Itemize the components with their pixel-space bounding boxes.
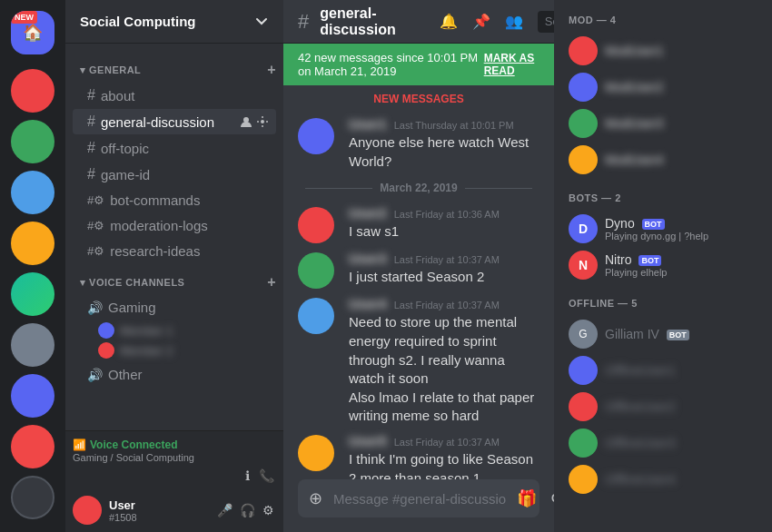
voice-connected-subtitle: Gaming / Social Computing: [73, 452, 276, 463]
server-header[interactable]: Social Computing: [65, 0, 283, 44]
message-text-4a: Need to store up the mental energy requi…: [349, 313, 539, 389]
message-content-2: User2 Last Friday at 10:36 AM I saw s1: [349, 205, 539, 243]
gilliam-bot-badge: BOT: [667, 330, 689, 340]
dyno-avatar: D: [569, 214, 598, 243]
voice-info-button[interactable]: ℹ: [243, 467, 252, 485]
bell-icon[interactable]: 🔔: [440, 13, 458, 30]
server-icon-10[interactable]: [11, 476, 54, 519]
voice-channel-name-gaming: Gaming: [108, 300, 269, 315]
bot-dyno[interactable]: D Dyno BOT Playing dyno.gg | ?help: [561, 211, 765, 247]
offline-section-title: OFFLINE — 5: [561, 298, 765, 309]
offline-member-3[interactable]: OfflineUser2: [561, 389, 765, 425]
settings-button[interactable]: ⚙: [261, 501, 276, 519]
voice-channel-gaming-item[interactable]: 🔊 Gaming: [73, 295, 276, 320]
message-text-3: I just started Season 2: [349, 268, 539, 287]
timestamp-m1: Last Thursday at 10:01 PM: [394, 120, 514, 131]
channel-name-bot: bot-commands: [110, 192, 269, 208]
search-input[interactable]: [545, 15, 554, 28]
voice-phone-button[interactable]: 📞: [257, 467, 276, 485]
channel-item-game-id[interactable]: # game-id: [73, 162, 276, 187]
user-avatar: [73, 496, 102, 525]
add-voice-icon[interactable]: +: [267, 274, 276, 291]
server-icon-5[interactable]: [11, 222, 54, 265]
user-icon[interactable]: [240, 115, 252, 128]
voice-channel-other-item[interactable]: 🔊 Other: [73, 362, 276, 387]
offline-member-4[interactable]: OfflineUser3: [561, 425, 765, 461]
hash-research-icon: #⚙: [87, 244, 104, 258]
offline-member-5[interactable]: OfflineUser4: [561, 461, 765, 498]
mod-member-2[interactable]: ModUser2: [561, 69, 765, 105]
new-messages-text: 42 new messages since 10:01 PM on March …: [298, 51, 484, 78]
mod-name-2: ModUser2: [605, 80, 664, 94]
message-input-field[interactable]: [333, 481, 506, 517]
channel-item-research-ideas[interactable]: #⚙ research-ideas: [73, 239, 276, 263]
channel-item-moderation-logs[interactable]: #⚙ moderation-logs: [73, 213, 276, 238]
channel-item-about[interactable]: # about: [73, 83, 276, 108]
speaker-icon-other: 🔊: [87, 368, 103, 382]
message-1: User1 Last Thursday at 10:01 PM Anyone e…: [283, 113, 554, 174]
message-text-5a: I think I'm going to like Season 2 more …: [349, 450, 539, 479]
offline-member-1[interactable]: G Gilliam IV BOT: [561, 316, 765, 352]
voice-category-label: ▾ VOICE CHANNELS: [80, 277, 184, 289]
mod-name-1: ModUser1: [605, 44, 664, 58]
server-icon-active[interactable]: NEW 🏠: [11, 11, 54, 54]
category-header-voice[interactable]: ▾ VOICE CHANNELS +: [65, 271, 283, 294]
channel-item-off-topic[interactable]: # off-topic: [73, 135, 276, 161]
hash-icon: #: [87, 87, 95, 103]
dyno-name: Dyno BOT: [605, 216, 757, 231]
message-header-1: User1 Last Thursday at 10:01 PM: [349, 116, 539, 132]
category-header-general[interactable]: ▾ GENERAL +: [65, 58, 283, 82]
timestamp-m4: Last Friday at 10:37 AM: [394, 300, 500, 310]
mark-as-read-button[interactable]: MARK AS READ: [484, 52, 539, 77]
messages-scroll[interactable]: 42 new messages since 10:01 PM on March …: [283, 44, 554, 479]
gif-icon[interactable]: GIF: [548, 483, 554, 514]
offline-name-1: Gilliam IV BOT: [605, 327, 757, 341]
search-bar[interactable]: 🔍: [538, 11, 554, 33]
channel-sidebar: Social Computing ▾ GENERAL + # about # g…: [65, 0, 283, 532]
deafen-button[interactable]: 🎧: [238, 501, 257, 519]
header-icons: 🔔 📌 👥 🔍 @ ?: [440, 11, 554, 33]
channel-name-off: off-topic: [101, 141, 269, 156]
server-icon-9[interactable]: [11, 425, 54, 468]
channel-name-active: general-discussion: [101, 114, 240, 130]
message-text-2: I saw s1: [349, 222, 539, 241]
mod-member-1[interactable]: ModUser1: [561, 33, 765, 69]
add-attachment-icon[interactable]: ⊕: [305, 479, 326, 517]
server-icon-8[interactable]: [11, 374, 54, 418]
avatar-m4: [298, 298, 334, 334]
bots-section-title: BOTS — 2: [561, 192, 765, 203]
channel-hash: #: [298, 10, 309, 34]
members-icon[interactable]: 👥: [505, 13, 523, 30]
server-icon-6[interactable]: [11, 272, 54, 316]
pin-icon[interactable]: 📌: [472, 13, 490, 30]
chevron-down-icon: [254, 15, 269, 29]
message-header-5: User5 Last Friday at 10:37 AM: [349, 433, 539, 448]
input-bar: ⊕ 🎁 GIF 🙂: [283, 479, 554, 532]
mod-avatar-2: [569, 73, 598, 102]
channel-item-bot-commands[interactable]: #⚙ bot-commands: [73, 188, 276, 212]
channel-name-mod: moderation-logs: [110, 218, 269, 233]
bot-nitro[interactable]: N Nitro BOT Playing elhelp: [561, 247, 765, 283]
server-icon-2[interactable]: [11, 69, 54, 113]
offline-section: OFFLINE — 5 G Gilliam IV BOT OfflineUser…: [561, 298, 765, 498]
date-divider: March 22, 2019: [283, 174, 554, 202]
server-icon-7[interactable]: [11, 323, 54, 367]
mute-button[interactable]: 🎤: [215, 501, 234, 519]
offline-member-2[interactable]: OfflineUser1: [561, 352, 765, 389]
category-general: ▾ GENERAL + # about # general-discussion…: [65, 58, 283, 263]
mod-member-3[interactable]: ModUser3: [561, 105, 765, 142]
mod-avatar-4: [569, 145, 598, 174]
server-icon-3[interactable]: [11, 120, 54, 163]
channel-item-general-discussion[interactable]: # general-discussion: [73, 109, 276, 134]
hash-icon-game: #: [87, 166, 95, 182]
category-label: ▾ GENERAL: [80, 64, 141, 76]
offline-avatar-5: [569, 465, 598, 494]
server-icon-4[interactable]: [11, 171, 54, 214]
gear-icon[interactable]: [256, 115, 269, 128]
user-name: User: [109, 498, 208, 512]
add-channel-icon[interactable]: +: [267, 62, 276, 78]
avatar-m3: [298, 252, 334, 289]
message-text-4b: Also lmao I relate to that paper writing…: [349, 389, 539, 426]
gift-icon[interactable]: 🎁: [513, 479, 540, 517]
mod-member-4[interactable]: ModUser4: [561, 142, 765, 178]
